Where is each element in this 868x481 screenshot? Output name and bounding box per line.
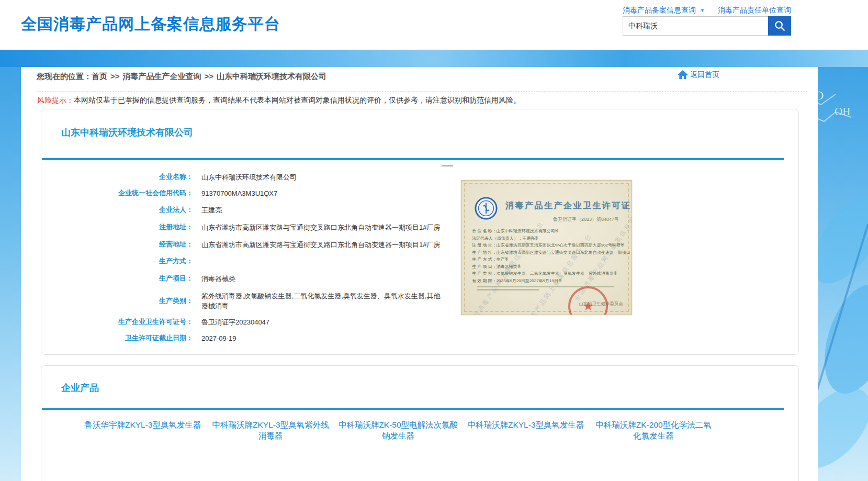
product-link[interactable]: 中科瑞沃牌ZK-200型化学法二氧化氯发生器 bbox=[592, 419, 715, 441]
field-row-production-method: 生产方式： bbox=[41, 256, 798, 266]
breadcrumb-current: 山东中科瑞沃环境技术有限公司 bbox=[217, 72, 326, 81]
field-label: 企业名称： bbox=[41, 172, 193, 182]
nav-record-info-query-link[interactable]: 消毒产品备案信息查询 bbox=[623, 6, 696, 15]
certificate-line: 生 产 项 目：消毒器械类※ bbox=[472, 263, 630, 271]
field-label: 企业统一社会信用代码： bbox=[41, 188, 193, 198]
top-nav: 消毒产品备案信息查询 ▼ 消毒产品责任单位查询 bbox=[623, 6, 791, 15]
site-title: 全国消毒产品网上备案信息服务平台 bbox=[21, 14, 280, 35]
field-label: 生产企业卫生许可证号： bbox=[41, 317, 193, 327]
breadcrumb-separator: >> bbox=[107, 72, 123, 81]
field-value: 鲁卫消证字202304047 bbox=[201, 317, 443, 327]
field-value: 消毒器械类 bbox=[201, 274, 443, 284]
certificate-line: 生 产 类 别：次氯酸钠发生器、二氧化氯发生器、臭氧发生器、紫外线消毒器※ bbox=[472, 270, 630, 277]
certificate-line: 注 册 地 址：山东省潍坊高新区玉清东街以北中心次干道以西高新大厦902号科研※ bbox=[472, 242, 630, 249]
main-content: 您现在的位置：首页>>消毒产品生产企业查询>>山东中科瑞沃环境技术有限公司 返回… bbox=[21, 67, 818, 481]
field-row-business-address: 经营地址： 山东省潍坊市高新区潍安路与宝通街交叉路口东北角自动变速器一期项目1#… bbox=[41, 240, 798, 250]
field-value: 山东中科瑞沃环境技术有限公司 bbox=[201, 172, 443, 182]
products-section-title: 企业产品 bbox=[61, 382, 99, 394]
card-title-divider bbox=[42, 408, 784, 410]
risk-label: 风险提示： bbox=[37, 96, 74, 104]
search-button[interactable] bbox=[768, 16, 791, 36]
chevron-down-icon: ▼ bbox=[700, 8, 705, 13]
search-input[interactable] bbox=[623, 16, 768, 36]
breadcrumb-enterprise-query-link[interactable]: 消毒产品生产企业查询 bbox=[123, 72, 201, 81]
product-link[interactable]: 中科瑞沃牌ZKYL-3型臭氧紫外线消毒器 bbox=[209, 419, 332, 441]
field-row-company-name: 企业名称： 山东中科瑞沃环境技术有限公司 bbox=[41, 172, 798, 182]
search-bar bbox=[623, 16, 791, 36]
breadcrumb-home-link[interactable]: 首页 bbox=[92, 72, 107, 81]
certificate-line: 有 效 期 限：2023年9月20日至2027年9月19日※ bbox=[472, 277, 630, 285]
field-row-production-project: 生产项目： 消毒器械类 bbox=[41, 274, 798, 284]
certificate-fine-print bbox=[477, 289, 539, 290]
certificate-line: 单 位 名 称：山东中科瑞沃环境技术有限公司※ bbox=[472, 228, 630, 235]
field-label: 卫生许可证截止日期： bbox=[41, 333, 193, 343]
field-value bbox=[201, 256, 443, 266]
field-label: 生产方式： bbox=[41, 256, 193, 266]
red-official-seal: ★ bbox=[568, 286, 608, 315]
field-label: 注册地址： bbox=[41, 222, 193, 232]
company-name-title: 山东中科瑞沃环境技术有限公司 bbox=[61, 126, 193, 139]
field-value: 山东省潍坊市高新区潍安路与宝通街交叉路口东北角自动变速器一期项目1#厂房 bbox=[201, 222, 443, 232]
company-products-card: 企业产品 鲁沃华宇牌ZKYL-3型臭氧发生器 中科瑞沃牌ZKYL-3型臭氧紫外线… bbox=[41, 365, 799, 481]
product-link[interactable]: 中科瑞沃牌ZKYL-3型臭氧发生器 bbox=[464, 419, 588, 441]
nav-responsible-unit-query-link[interactable]: 消毒产品责任单位查询 bbox=[718, 6, 791, 15]
field-label: 经营地址： bbox=[41, 240, 193, 250]
certificate-number: 鲁卫消证字（2023）第04047号 bbox=[553, 216, 619, 223]
product-link[interactable]: 鲁沃华宇牌ZKYL-3型臭氧发生器 bbox=[81, 419, 205, 441]
risk-notice: 风险提示：本网站仅基于已掌握的信息提供查询服务，查询结果不代表本网站对被查询对象… bbox=[37, 96, 521, 105]
company-info-card: 山东中科瑞沃环境技术有限公司 企业名称： 山东中科瑞沃环境技术有限公司 企业统一… bbox=[41, 109, 799, 355]
field-value: 王建亮 bbox=[201, 205, 443, 215]
certificate-line: 法定代表人（或负责人）：王建亮※ bbox=[472, 235, 630, 242]
health-emblem-icon bbox=[474, 196, 498, 222]
field-row-production-category: 生产类别： 紫外线消毒器,次氯酸钠发生器,二氧化氯发生器,臭氧发生器、臭氧水发生… bbox=[41, 291, 798, 311]
field-label: 企业法人： bbox=[41, 205, 193, 215]
hygiene-license-certificate-image: 全国消毒产品网上备案信息服务平台 全国消毒产品网上备案信息服务平台 全国消毒产品… bbox=[461, 180, 632, 315]
field-row-hygiene-license-no: 生产企业卫生许可证号： 鲁卫消证字202304047 bbox=[41, 317, 798, 327]
field-value: 91370700MA3M3U1QX7 bbox=[201, 188, 443, 198]
certificate-line: 生 产 地 址：山东省潍坊市高新区潍安路与宝通街交叉路口东北角自动变速器一期项目… bbox=[472, 249, 630, 256]
back-home-link[interactable]: 返回首页 bbox=[677, 70, 719, 80]
breadcrumb-prefix: 您现在的位置： bbox=[37, 72, 92, 81]
field-value: 山东省潍坊市高新区潍安路与宝通街交叉路口东北角自动变速器一期项目1#厂房 bbox=[201, 240, 443, 250]
dashed-divider bbox=[37, 92, 807, 92]
site-header: 全国消毒产品网上备案信息服务平台 消毒产品备案信息查询 ▼ 消毒产品责任单位查询 bbox=[0, 0, 868, 50]
field-row-credit-code: 企业统一社会信用代码： 91370700MA3M3U1QX7 bbox=[41, 188, 798, 198]
field-label: 生产项目： bbox=[41, 274, 193, 284]
scan-artifact-dash bbox=[442, 165, 453, 166]
banner-strip bbox=[0, 50, 868, 67]
field-label: 生产类别： bbox=[41, 296, 193, 306]
certificate-line: 生 产 方 式：生产※ bbox=[472, 256, 630, 263]
certificate-title: 消毒产品生产企业卫生许可证 bbox=[505, 200, 632, 211]
certificate-body: 单 位 名 称：山东中科瑞沃环境技术有限公司※ 法定代表人（或负责人）：王建亮※… bbox=[472, 228, 630, 284]
breadcrumb-separator: >> bbox=[201, 72, 217, 81]
field-row-license-expiry: 卫生许可证截止日期： 2027-09-19 bbox=[41, 333, 798, 343]
svg-text:OH: OH bbox=[835, 105, 850, 118]
page: O OH 全国消毒产品网上备案信息服务平台 消毒产品备案信息查询 ▼ 消毒产品责… bbox=[0, 0, 868, 481]
product-link[interactable]: 中科瑞沃牌ZK-50型电解法次氯酸钠发生器 bbox=[336, 419, 460, 441]
field-value: 2027-09-19 bbox=[201, 333, 443, 343]
back-home-label: 返回首页 bbox=[690, 70, 719, 80]
risk-text: 本网站仅基于已掌握的信息提供查询服务，查询结果不代表本网站对被查询对象信用状况的… bbox=[74, 96, 521, 104]
product-list: 鲁沃华宇牌ZKYL-3型臭氧发生器 中科瑞沃牌ZKYL-3型臭氧紫外线消毒器 中… bbox=[41, 419, 798, 451]
search-icon bbox=[774, 20, 786, 32]
field-row-legal-person: 企业法人： 王建亮 bbox=[41, 205, 798, 215]
card-title-divider bbox=[42, 158, 784, 160]
field-row-registered-address: 注册地址： 山东省潍坊市高新区潍安路与宝通街交叉路口东北角自动变速器一期项目1#… bbox=[41, 222, 798, 232]
field-value: 紫外线消毒器,次氯酸钠发生器,二氧化氯发生器,臭氧发生器、臭氧水发生器,其他器械… bbox=[201, 291, 443, 311]
home-icon bbox=[677, 70, 689, 80]
breadcrumb: 您现在的位置：首页>>消毒产品生产企业查询>>山东中科瑞沃环境技术有限公司 bbox=[37, 72, 326, 82]
